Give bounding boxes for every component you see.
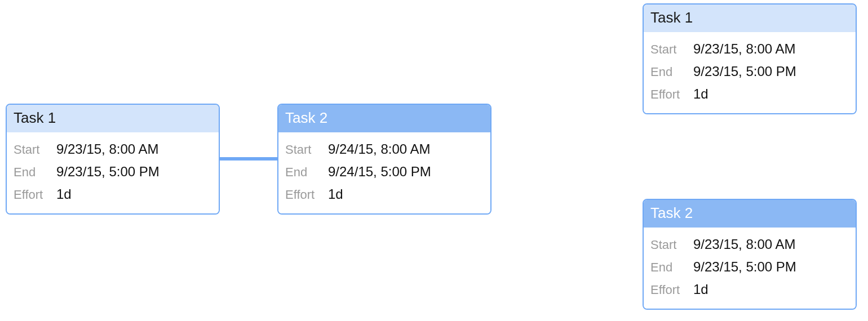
end-value: 9/23/15, 5:00 PM <box>693 64 796 79</box>
task-title: Task 2 <box>278 105 490 132</box>
task-row-start: Start 9/23/15, 8:00 AM <box>650 233 849 256</box>
effort-label: Effort <box>14 188 56 202</box>
task-row-end: End 9/23/15, 5:00 PM <box>650 60 849 83</box>
end-label: End <box>650 65 693 79</box>
effort-label: Effort <box>650 283 693 297</box>
effort-label: Effort <box>650 87 693 102</box>
end-label: End <box>14 165 56 180</box>
task-body: Start 9/23/15, 8:00 AM End 9/23/15, 5:00… <box>644 228 856 309</box>
task-row-end: End 9/24/15, 5:00 PM <box>285 160 484 183</box>
task-row-end: End 9/23/15, 5:00 PM <box>14 160 212 183</box>
task-body: Start 9/23/15, 8:00 AM End 9/23/15, 5:00… <box>7 132 219 213</box>
effort-label: Effort <box>285 188 328 202</box>
effort-value: 1d <box>693 282 708 297</box>
diagram-canvas: Task 1 Start 9/23/15, 8:00 AM End 9/23/1… <box>0 0 868 321</box>
end-value: 9/24/15, 5:00 PM <box>328 164 431 180</box>
start-value: 9/24/15, 8:00 AM <box>328 141 430 157</box>
end-label: End <box>285 165 328 180</box>
task-row-start: Start 9/23/15, 8:00 AM <box>14 138 212 160</box>
task-row-start: Start 9/24/15, 8:00 AM <box>285 138 484 160</box>
start-value: 9/23/15, 8:00 AM <box>693 41 795 57</box>
start-label: Start <box>650 42 693 57</box>
task-card-left-2[interactable]: Task 2 Start 9/24/15, 8:00 AM End 9/24/1… <box>277 104 491 215</box>
task-card-left-1[interactable]: Task 1 Start 9/23/15, 8:00 AM End 9/23/1… <box>6 104 220 215</box>
task-row-effort: Effort 1d <box>14 183 212 206</box>
effort-value: 1d <box>56 186 72 202</box>
task-row-effort: Effort 1d <box>650 83 849 105</box>
dependency-connector <box>220 157 277 160</box>
effort-value: 1d <box>693 86 708 102</box>
end-label: End <box>650 260 693 275</box>
task-row-effort: Effort 1d <box>285 183 484 206</box>
end-value: 9/23/15, 5:00 PM <box>693 259 796 275</box>
effort-value: 1d <box>328 186 343 202</box>
start-label: Start <box>650 238 693 252</box>
end-value: 9/23/15, 5:00 PM <box>56 164 160 180</box>
task-card-right-2[interactable]: Task 2 Start 9/23/15, 8:00 AM End 9/23/1… <box>643 199 857 310</box>
start-label: Start <box>14 142 56 157</box>
start-value: 9/23/15, 8:00 AM <box>693 237 795 252</box>
task-title: Task 1 <box>644 5 856 32</box>
task-row-effort: Effort 1d <box>650 278 849 301</box>
task-card-right-1[interactable]: Task 1 Start 9/23/15, 8:00 AM End 9/23/1… <box>643 3 857 114</box>
task-body: Start 9/24/15, 8:00 AM End 9/24/15, 5:00… <box>278 132 490 213</box>
task-body: Start 9/23/15, 8:00 AM End 9/23/15, 5:00… <box>644 32 856 113</box>
task-row-start: Start 9/23/15, 8:00 AM <box>650 38 849 60</box>
start-value: 9/23/15, 8:00 AM <box>56 141 158 157</box>
start-label: Start <box>285 142 328 157</box>
task-title: Task 2 <box>644 200 856 228</box>
task-title: Task 1 <box>7 105 219 132</box>
task-row-end: End 9/23/15, 5:00 PM <box>650 256 849 278</box>
